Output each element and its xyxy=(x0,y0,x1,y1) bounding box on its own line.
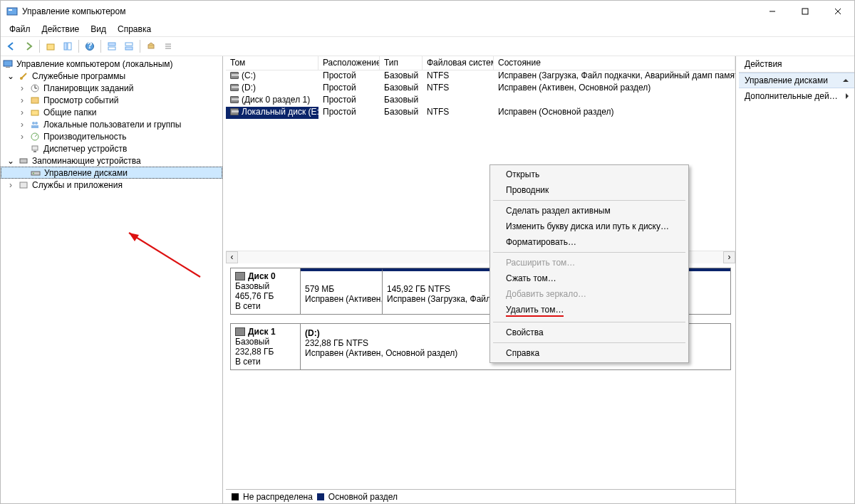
back-button[interactable] xyxy=(4,38,19,54)
expand-icon[interactable]: › xyxy=(16,107,28,118)
col-layout[interactable]: Расположение xyxy=(318,56,380,70)
tree-device-manager[interactable]: Диспетчер устройств xyxy=(1,142,222,154)
client-area: Управление компьютером (локальным) ⌄ Слу… xyxy=(1,56,854,503)
ctx-make-active[interactable]: Сделать раздел активным xyxy=(492,203,687,219)
collapse-icon xyxy=(843,79,849,82)
menu-help[interactable]: Справка xyxy=(112,23,157,36)
ctx-add-mirror: Добавить зеркало… xyxy=(492,286,687,302)
tree-shared-folders[interactable]: › Общие папки xyxy=(1,106,222,118)
tree-task-scheduler[interactable]: › Планировщик заданий xyxy=(1,82,222,94)
actions-more[interactable]: Дополнительные дей… xyxy=(739,88,854,104)
tree-local-users[interactable]: › Локальные пользователи и группы xyxy=(1,118,222,130)
svg-rect-7 xyxy=(64,43,67,50)
folder-icon xyxy=(29,107,41,118)
expand-icon[interactable]: › xyxy=(16,131,28,142)
volume-row[interactable]: (C:) Простой Базовый NTFS Исправен (Загр… xyxy=(226,70,735,83)
collapse-icon[interactable]: ⌄ xyxy=(5,155,16,167)
col-volume[interactable]: Том xyxy=(226,56,318,70)
svg-line-38 xyxy=(129,233,200,277)
tree-storage[interactable]: ⌄ Запоминающие устройства xyxy=(1,154,222,167)
svg-point-27 xyxy=(32,122,35,125)
col-type[interactable]: Тип xyxy=(380,56,423,70)
tree-performance[interactable]: › Производительность xyxy=(1,130,222,142)
collapse-icon[interactable]: ⌄ xyxy=(5,70,16,82)
context-menu: Открыть Проводник Сделать раздел активны… xyxy=(489,164,689,363)
legend: Не распределена Основной раздел xyxy=(226,489,735,503)
ctx-format[interactable]: Форматировать… xyxy=(492,234,687,250)
tree-system-tools[interactable]: ⌄ Служебные программы xyxy=(1,70,222,82)
svg-text:?: ? xyxy=(87,41,92,51)
ctx-change-letter[interactable]: Изменить букву диска или путь к диску… xyxy=(492,219,687,234)
menu-file[interactable]: Файл xyxy=(4,23,36,36)
svg-rect-12 xyxy=(108,47,115,50)
col-filesystem[interactable]: Файловая система xyxy=(423,56,494,70)
volume-row[interactable]: (D:) Простой Базовый NTFS Исправен (Акти… xyxy=(226,83,735,95)
minimize-button[interactable] xyxy=(756,1,789,22)
tree-disk-management[interactable]: Управление дисками xyxy=(1,167,222,179)
storage-icon xyxy=(18,155,29,167)
window-controls xyxy=(756,1,854,22)
legend-primary-label: Основной раздел xyxy=(328,492,398,502)
close-button[interactable] xyxy=(822,1,854,22)
view-top-button[interactable] xyxy=(104,38,120,54)
users-icon xyxy=(29,119,41,130)
performance-icon xyxy=(29,131,41,142)
volume-row[interactable]: (Диск 0 раздел 1) Простой Базовый xyxy=(226,95,735,107)
svg-rect-20 xyxy=(6,67,10,68)
device-icon xyxy=(29,143,41,154)
ctx-delete-volume[interactable]: Удалить том… xyxy=(492,302,687,320)
volume-row-selected[interactable]: Локальный диск (E:) Простой Базовый NTFS… xyxy=(226,107,735,119)
col-status[interactable]: Состояние xyxy=(494,56,735,70)
ctx-open[interactable]: Открыть xyxy=(492,167,687,182)
help-button[interactable]: ? xyxy=(82,38,98,54)
expand-icon[interactable]: › xyxy=(16,119,28,130)
volume-icon xyxy=(230,72,239,79)
svg-rect-3 xyxy=(802,9,808,14)
disk-1-label[interactable]: Диск 1 Базовый 232,88 ГБ В сети xyxy=(230,323,300,370)
annotation-arrow xyxy=(115,227,207,284)
up-button[interactable] xyxy=(43,38,58,54)
svg-rect-13 xyxy=(125,43,133,46)
expand-icon[interactable]: › xyxy=(16,83,28,94)
svg-point-28 xyxy=(35,122,38,125)
actions-header: Действия xyxy=(739,56,854,73)
volume-list-header: Том Расположение Тип Файловая система Со… xyxy=(226,56,735,70)
menu-view[interactable]: Вид xyxy=(85,23,112,36)
svg-rect-29 xyxy=(31,125,38,128)
view-bottom-button[interactable] xyxy=(121,38,137,54)
svg-rect-19 xyxy=(4,61,12,66)
disk-icon xyxy=(235,272,245,280)
scroll-left-button[interactable]: ‹ xyxy=(226,251,238,263)
disk-0-label[interactable]: Диск 0 Базовый 465,76 ГБ В сети xyxy=(230,268,300,315)
svg-rect-15 xyxy=(148,45,154,48)
legend-unallocated-label: Не распределена xyxy=(243,492,313,502)
expand-icon[interactable]: › xyxy=(5,179,16,191)
svg-rect-25 xyxy=(31,98,38,103)
forward-button[interactable] xyxy=(21,38,36,54)
maximize-button[interactable] xyxy=(789,1,822,22)
svg-rect-37 xyxy=(20,182,27,188)
volume-icon xyxy=(230,96,239,103)
services-icon xyxy=(18,179,29,191)
actions-selected-node[interactable]: Управление дисками xyxy=(739,73,854,88)
menu-action[interactable]: Действие xyxy=(36,23,86,36)
ctx-help[interactable]: Справка xyxy=(492,345,687,361)
ctx-properties[interactable]: Свойства xyxy=(492,325,687,340)
scroll-right-button[interactable]: › xyxy=(723,251,735,263)
show-hide-tree-button[interactable] xyxy=(60,38,76,54)
disk-0-partition-1[interactable]: 579 МБИсправен (Активен, С xyxy=(301,268,383,314)
settings-button[interactable] xyxy=(143,38,159,54)
list-button[interactable] xyxy=(160,38,176,54)
console-tree[interactable]: Управление компьютером (локальным) ⌄ Слу… xyxy=(1,56,223,503)
ctx-shrink[interactable]: Сжать том… xyxy=(492,271,687,286)
clock-icon xyxy=(29,83,41,94)
tree-services-apps[interactable]: › Службы и приложения xyxy=(1,179,222,191)
volume-icon xyxy=(230,108,239,115)
ctx-explorer[interactable]: Проводник xyxy=(492,182,687,198)
expand-icon[interactable]: › xyxy=(16,95,28,106)
tree-event-viewer[interactable]: › Просмотр событий xyxy=(1,94,222,106)
legend-unallocated-swatch xyxy=(232,493,239,500)
window-title: Управление компьютером xyxy=(22,6,756,16)
ctx-extend: Расширить том… xyxy=(492,255,687,271)
tree-root[interactable]: Управление компьютером (локальным) xyxy=(1,58,222,70)
